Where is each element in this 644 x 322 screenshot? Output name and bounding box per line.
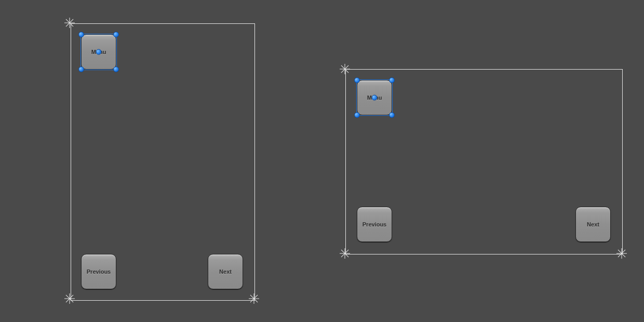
- move-handle-center[interactable]: [372, 95, 378, 101]
- next-button-label: Next: [219, 269, 232, 275]
- next-button[interactable]: Next: [575, 207, 611, 242]
- resize-handle-bottom-left[interactable]: [354, 112, 360, 118]
- resize-handle-top-right[interactable]: [113, 32, 119, 37]
- move-handle-center[interactable]: [96, 49, 102, 55]
- resize-handle-top-right[interactable]: [389, 77, 395, 83]
- design-canvas[interactable]: Menu Previous Next Menu Previous Next: [0, 0, 644, 322]
- previous-button-label: Previous: [363, 221, 386, 227]
- previous-button-label: Previous: [87, 269, 111, 275]
- resize-handle-top-left[interactable]: [354, 77, 360, 83]
- resize-handle-top-left[interactable]: [78, 32, 84, 37]
- previous-button[interactable]: Previous: [357, 207, 392, 242]
- next-button[interactable]: Next: [208, 254, 243, 289]
- resize-handle-bottom-right[interactable]: [113, 66, 119, 72]
- next-button-label: Next: [587, 221, 599, 227]
- previous-button[interactable]: Previous: [81, 254, 116, 289]
- resize-handle-bottom-right[interactable]: [389, 112, 395, 118]
- resize-handle-bottom-left[interactable]: [78, 66, 84, 72]
